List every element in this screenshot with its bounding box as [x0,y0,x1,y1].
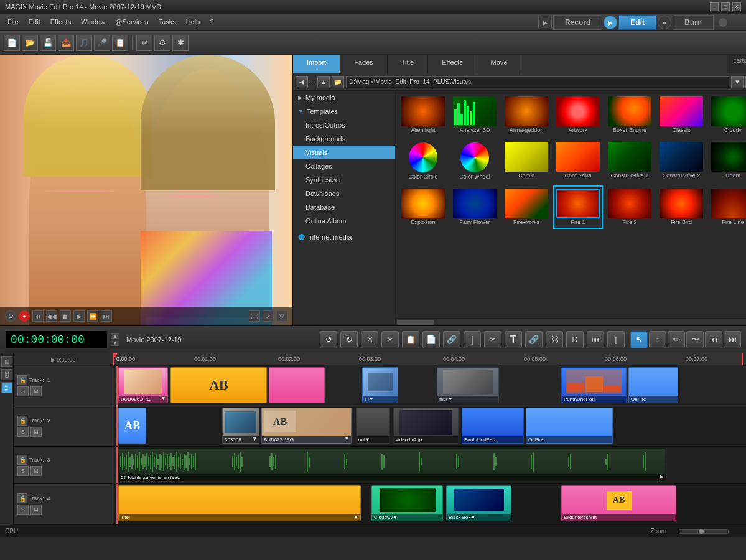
media-doom[interactable]: Doom [708,139,746,184]
edit-button[interactable]: Edit [618,15,656,30]
delete-transport-button[interactable]: ✕ [361,331,378,348]
menu-window[interactable]: Window [76,17,110,27]
clip-bud027[interactable]: AB BUD027.JPG ▼ [261,408,352,444]
preview-fullscreen-button[interactable]: ⤢ [263,310,274,322]
media-constructive1[interactable]: Construc-tive 1 [605,139,655,184]
sidebar-item-visuals[interactable]: Visuals [293,146,395,159]
panel-back-button[interactable]: ◀ [296,76,308,88]
clip-pink-t1[interactable] [269,367,325,403]
preview-rewind-button[interactable]: ◀◀ [46,310,57,322]
track3-mute-button[interactable]: M [30,466,42,476]
sidebar-internetmedia[interactable]: 🌐 Internet media [293,230,395,244]
clip-onl-t2[interactable]: onl▼ [356,408,390,444]
save-button[interactable]: 💾 [40,35,56,51]
media-analyzer[interactable]: Analyzer 3D [450,93,500,137]
redo-transport-button[interactable]: ↻ [340,331,358,348]
menu-file[interactable]: File [2,17,24,27]
track4-mute-button[interactable]: M [30,505,42,515]
pointer-tool[interactable]: ↕ [649,331,666,348]
tab-effects[interactable]: Effects [428,55,477,73]
preview-prev-button[interactable]: ⏮ [32,310,44,322]
zoom-slider[interactable] [679,529,729,534]
glue-button[interactable]: 🔗 [443,331,460,348]
clip-photo-t2[interactable]: 303558 ▼ [222,408,259,444]
media-artwork[interactable]: Artwork [553,93,603,137]
media-constructive2[interactable]: Construc-tive 2 [656,139,706,184]
clip-bud027-dropdown[interactable]: ▼ [344,436,350,442]
maximize-button[interactable]: □ [721,2,730,11]
media-fairy[interactable]: Fairy Flower [450,185,500,229]
undo-transport-button[interactable]: ↺ [320,331,337,348]
sidebar-item-backgrounds[interactable]: Backgrounds [293,132,395,146]
preview-play-button[interactable]: ▶ [73,310,85,322]
track1-solo-button[interactable]: S [17,386,29,396]
clip-ab-t1[interactable]: AB [170,367,267,403]
tab-move[interactable]: Move [477,55,522,73]
settings-button[interactable]: ⚙ [154,35,170,51]
unlink-button[interactable]: ⛓ [546,331,563,348]
clip-fl-t1[interactable]: Fl▼ [362,367,398,403]
media-classic[interactable]: Classic [656,93,706,137]
clip-blackbox[interactable]: Black Box▼ [446,485,511,521]
razor-tool[interactable]: ✏ [668,331,685,348]
media-confuzius[interactable]: Confu-zius [553,139,603,184]
batch-button[interactable]: 📋 [112,35,128,51]
next-frame-button[interactable]: ⏭ [724,331,741,348]
window-buttons[interactable]: − □ ✕ [710,2,741,11]
select-tool[interactable]: ↖ [630,331,648,348]
wave-tool[interactable]: 〜 [686,331,704,348]
sidebar-item-synthesizer[interactable]: Synthesizer [293,173,395,187]
clip-photo-t2-dropdown[interactable]: ▼ [252,436,258,442]
track4-solo-button[interactable]: S [17,505,29,515]
menu-tasks[interactable]: Tasks [154,17,181,27]
copy-transport-button[interactable]: 📋 [402,331,419,348]
preview-record-button[interactable]: ● [19,310,30,322]
zoom-thumb[interactable] [699,529,704,534]
clip-puth2[interactable]: PunthUndPatz [462,408,524,444]
record-button[interactable]: Record [553,15,602,30]
media-hscrollbar[interactable] [396,318,746,325]
path-input[interactable] [346,76,729,88]
new-button[interactable]: 📄 [4,35,20,51]
preview-ff-button[interactable]: ⏩ [87,310,98,322]
trim-button[interactable]: ✂ [484,331,501,348]
media-explosion[interactable]: Explosion [398,185,448,229]
track2-lock-icon[interactable]: 🔒 [17,416,27,426]
clip-frier-t1[interactable]: frier▼ [437,367,499,403]
burn-button[interactable]: Burn [673,15,714,30]
media-colorcircle[interactable]: Color Circle [398,139,448,184]
timecode-up[interactable]: ▲ [111,333,119,339]
preview-settings-icon[interactable]: ⚙ [5,310,16,322]
text-button[interactable]: T [505,331,522,348]
track3-solo-button[interactable]: S [17,466,29,476]
sidebar-item-intros[interactable]: Intros/Outros [293,118,395,132]
tab-fades[interactable]: Fades [340,55,388,73]
timeline-icon[interactable]: ≡ [1,382,12,393]
fx-button[interactable]: ✱ [172,35,189,51]
clip-bildunterschrift[interactable]: AB Bildunterschrift [561,485,676,521]
menu-edit[interactable]: Edit [24,17,45,27]
menu-question[interactable]: ? [205,17,218,27]
sidebar-item-collages[interactable]: Collages [293,159,395,173]
tab-import[interactable]: Import [293,55,340,73]
link-button[interactable]: 🔗 [525,331,543,348]
track1-lock-icon[interactable]: 🔒 [17,375,27,385]
menu-services[interactable]: @Services [110,17,153,27]
panel-up-button[interactable]: ▲ [317,76,330,88]
tab-title[interactable]: Title [388,55,428,73]
hscroll-thumb[interactable] [397,320,434,325]
clip-onfire2[interactable]: OnFire [526,408,613,444]
track2-mute-button[interactable]: M [30,427,42,437]
preview-expand-button[interactable]: ⛶ [249,310,260,322]
paste-transport-button[interactable]: 📄 [422,331,440,348]
timecode-down[interactable]: ▼ [111,340,119,346]
group-button[interactable]: D [566,331,584,348]
undo-button[interactable]: ↩ [136,35,152,51]
media-fireworks[interactable]: Fire-works [501,185,551,229]
clip-titel[interactable]: Titel▼ [118,485,361,521]
prev-frame-button[interactable]: ⏮ [705,331,722,348]
media-fire1[interactable]: Fire 1 [553,185,603,229]
media-boxer[interactable]: Boxer Engine [605,93,655,137]
media-armageddon[interactable]: Arma-geddon [501,93,551,137]
preview-snapshot-button[interactable]: ▽ [276,310,287,322]
